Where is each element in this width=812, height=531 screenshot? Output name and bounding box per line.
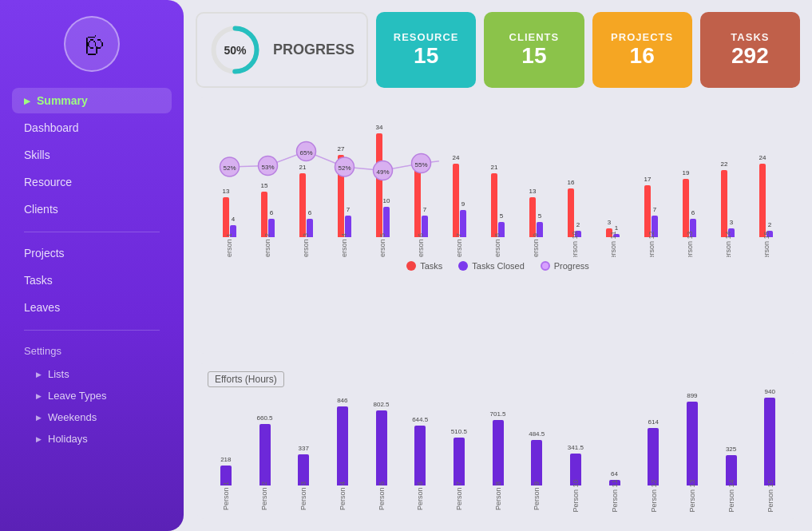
tasks-bar-label: 27: [338, 145, 345, 153]
tasks-label: TASKS: [731, 31, 769, 43]
sidebar-label-clients: Clients: [24, 203, 58, 216]
tasks-bar: 24: [453, 164, 459, 237]
effort-person-label: Person 11: [611, 479, 619, 512]
chart-legend: Tasks Tasks Closed Progress: [208, 261, 788, 271]
progress-percent: 50%: [224, 44, 246, 57]
effort-person-label: Person 4: [339, 481, 347, 510]
effort-group: 644.5Person 6: [402, 394, 438, 485]
effort-group: 846Person 4: [324, 394, 361, 485]
closed-bar-label: 7: [653, 206, 656, 213]
bar-group: 215Person 8: [480, 125, 516, 237]
tasks-bar: 34: [376, 133, 382, 237]
bar-group: 177Person 12: [633, 125, 669, 237]
sidebar-item-dashboard[interactable]: Dashboard: [12, 115, 172, 141]
person-label: Person 11: [609, 231, 617, 257]
sidebar-item-leaves[interactable]: Leaves: [12, 295, 172, 320]
effort-group: 614Person 12: [635, 394, 671, 485]
sidebar-item-projects[interactable]: Projects: [12, 240, 172, 266]
sidebar-label-leaves: Leaves: [24, 301, 60, 314]
bar-group: 134Person 1: [212, 125, 248, 237]
effort-group: 701.5Person 8: [480, 394, 517, 485]
effort-group: 325Person 14: [713, 394, 750, 485]
tasks-bar-label: 24: [453, 154, 460, 161]
tasks-bar-label: 16: [568, 179, 575, 186]
sidebar-item-skills[interactable]: Skills: [12, 142, 172, 168]
settings-title: Settings: [12, 339, 172, 363]
effort-group: 337Person 3: [285, 394, 322, 485]
effort-group: 899Person 13: [674, 394, 711, 485]
closed-bar-label: 5: [538, 212, 541, 220]
legend-progress-label: Progress: [554, 261, 589, 271]
tasks-bar-label: 21: [491, 164, 498, 171]
resource-value: 15: [414, 43, 438, 69]
effort-bar: 614: [648, 428, 659, 485]
tasks-bar-label: 24: [759, 154, 766, 161]
effort-value-label: 644.5: [412, 416, 428, 423]
person-label: Person 2: [264, 233, 272, 257]
effort-value-label: 218: [220, 456, 231, 463]
effort-value-label: 510.5: [451, 428, 467, 435]
tasks-bar-label: 13: [529, 188, 537, 195]
sidebar-label-projects: Projects: [24, 247, 65, 260]
weekends-label: Weekends: [48, 411, 97, 423]
legend-tasks-closed: Tasks Closed: [458, 261, 524, 271]
nav-divider: [24, 232, 160, 232]
effort-value-label: 337: [298, 445, 308, 452]
sidebar-item-holidays[interactable]: Holidays: [12, 428, 172, 450]
closed-bar-label: 6: [308, 209, 311, 216]
legend-dot-tasks: [406, 261, 416, 271]
sidebar-item-summary[interactable]: Summary: [12, 88, 172, 113]
top-chart-section: 134Person 1156Person 2216Person 3277Pers…: [196, 97, 800, 354]
legend-tasks-label: Tasks: [420, 261, 442, 271]
bar-group: 216Person 3: [288, 125, 324, 237]
efforts-chart: 218Person 1660.5Person 2337Person 3846Pe…: [208, 394, 788, 505]
person-label: Person 13: [686, 231, 694, 257]
legend-dot-progress: [541, 261, 550, 271]
person-label: Person 5: [379, 233, 387, 257]
effort-value-label: 701.5: [490, 410, 506, 418]
tasks-bar-label: 19: [683, 169, 690, 176]
tasks-bar: 16: [568, 188, 574, 237]
closed-bar-label: 2: [768, 221, 771, 228]
effort-group: 484.5Person 9: [518, 394, 555, 485]
sidebar-item-lists[interactable]: Lists: [12, 363, 172, 385]
sidebar-item-leave-types[interactable]: Leave Types: [12, 385, 172, 406]
bars-container: 156: [250, 192, 286, 237]
tasks-bar-label: 22: [721, 160, 728, 168]
projects-label: PROJECTS: [611, 31, 673, 43]
tasks-bar-label: 23: [414, 157, 422, 164]
bars-container: 177: [633, 185, 669, 237]
logo-icon: ꩺ: [81, 31, 103, 57]
tasks-bar: 15: [261, 192, 267, 237]
effort-group: 660.5Person 2: [247, 394, 283, 485]
person-label: Person 4: [341, 233, 349, 257]
tasks-bar: 24: [759, 164, 766, 237]
sidebar-item-weekends[interactable]: Weekends: [12, 406, 172, 428]
tasks-bar: 13: [223, 197, 229, 237]
closed-bar-label: 9: [461, 200, 465, 208]
effort-value-label: 484.5: [529, 430, 545, 438]
effort-bar: 846: [337, 406, 348, 485]
effort-person-label: Person 12: [649, 479, 657, 512]
sidebar-item-clients[interactable]: Clients: [12, 196, 172, 222]
efforts-section: Efforts (Hours) 218Person 1660.5Person 2…: [196, 363, 800, 519]
effort-person-label: Person 5: [378, 481, 386, 510]
sidebar-item-resource[interactable]: Resource: [12, 169, 172, 195]
sidebar-item-tasks[interactable]: Tasks: [12, 267, 172, 293]
person-label: Person 8: [494, 233, 502, 257]
effort-group: 940Person 15: [751, 394, 788, 485]
effort-group: 341.5Person 10: [557, 394, 594, 485]
effort-bar: 802.5: [376, 410, 387, 485]
tasks-bar-label: 13: [223, 188, 230, 195]
leave-types-label: Leave Types: [48, 390, 106, 402]
tasks-bar: 21: [491, 173, 497, 237]
effort-value-label: 64: [611, 470, 618, 478]
stats-row: 50% PROGRESS RESOURCE 15 CLIENTS 15 PROJ…: [196, 12, 800, 88]
bar-group: 242Person 15: [748, 125, 784, 237]
sidebar-label-dashboard: Dashboard: [24, 121, 79, 134]
progress-label: PROGRESS: [273, 42, 355, 58]
effort-bar: 660.5: [259, 424, 271, 485]
bar-group: 277Person 4: [327, 125, 362, 237]
bars-container: 223: [710, 170, 746, 237]
effort-bar: 940: [764, 398, 775, 485]
